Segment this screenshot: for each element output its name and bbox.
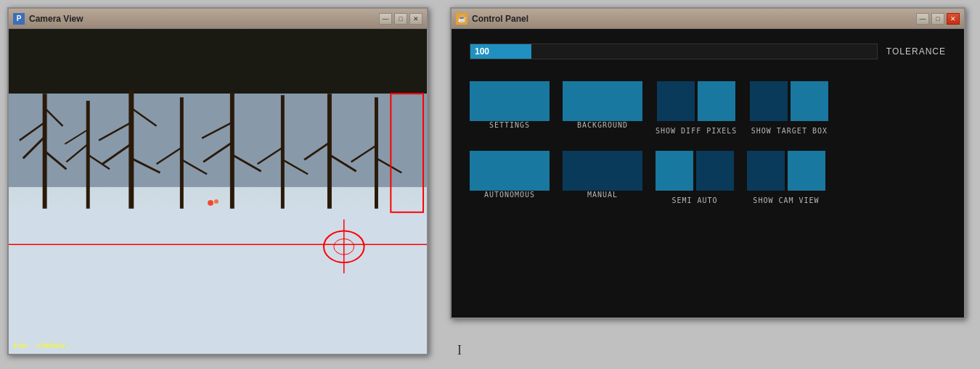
- control-maximize-button[interactable]: □: [931, 13, 944, 25]
- manual-label: MANUAL: [587, 191, 618, 199]
- semi-auto-buttons: [656, 151, 734, 191]
- background-button[interactable]: [563, 81, 642, 121]
- tolerance-value: 100: [475, 46, 489, 57]
- manual-button[interactable]: [563, 151, 642, 191]
- show-diff-pixels-button-right[interactable]: [698, 81, 735, 121]
- camera-icon: P: [13, 13, 25, 25]
- settings-button[interactable]: [470, 81, 550, 121]
- show-target-box-label: SHOW TARGET BOX: [751, 127, 828, 135]
- semi-auto-group: SEMI AUTO: [656, 151, 734, 204]
- camera-minimize-button[interactable]: —: [379, 13, 392, 25]
- show-diff-pixels-label: SHOW DIFF PIXELS: [656, 127, 737, 135]
- background-label: BACKGROUND: [577, 121, 628, 129]
- control-icon: ☕: [456, 13, 467, 25]
- camera-view-window: P Camera View — □ ✕: [7, 7, 428, 355]
- camera-bottom-text: ion- chehov,: [12, 341, 70, 350]
- auto-button[interactable]: [696, 151, 734, 191]
- show-diff-pixels-button-left[interactable]: [657, 81, 695, 121]
- control-titlebar: ☕ Control Panel — □ ✕: [452, 9, 964, 29]
- show-cam-view-label: SHOW CAM VIEW: [753, 196, 819, 204]
- camera-window-buttons[interactable]: — □ ✕: [379, 13, 422, 25]
- manual-group: MANUAL: [563, 151, 642, 204]
- show-cam-view-group: SHOW CAM VIEW: [747, 151, 825, 204]
- background-group: BACKGROUND: [563, 81, 642, 135]
- control-window-buttons[interactable]: — □ ✕: [916, 13, 960, 25]
- camera-maximize-button[interactable]: □: [394, 13, 407, 25]
- scene-trees: [9, 29, 427, 354]
- autonomous-group: AUTONOMOUS: [470, 151, 550, 204]
- camera-scene: ion- chehov,: [9, 29, 427, 354]
- show-cam-view-buttons: [747, 151, 825, 191]
- svg-rect-2: [9, 209, 427, 354]
- show-cam-view-button-left[interactable]: [747, 151, 785, 191]
- control-content: 100 TOLERANCE SETTINGS BACKGROUND: [452, 29, 964, 318]
- show-target-box-buttons: [750, 81, 828, 121]
- control-close-button[interactable]: ✕: [947, 13, 960, 25]
- show-target-box-button-right[interactable]: [791, 81, 828, 121]
- show-target-box-button-left[interactable]: [750, 81, 788, 121]
- control-panel-window: ☕ Control Panel — □ ✕ 100 TOLERANCE SETT…: [450, 7, 965, 319]
- show-diff-pixels-buttons: [657, 81, 735, 121]
- tolerance-row: 100 TOLERANCE: [470, 43, 946, 59]
- text-cursor: I: [457, 343, 462, 358]
- show-diff-pixels-group: SHOW DIFF PIXELS: [656, 81, 737, 135]
- settings-group: SETTINGS: [470, 81, 550, 135]
- button-row-1: SETTINGS BACKGROUND SHOW DIFF PIXELS: [470, 81, 946, 135]
- control-title: Control Panel: [472, 14, 916, 24]
- control-minimize-button[interactable]: —: [916, 13, 929, 25]
- camera-title: Camera View: [29, 14, 379, 24]
- button-row-2: AUTONOMOUS MANUAL SEMI AUTO: [470, 151, 946, 204]
- autonomous-label: AUTONOMOUS: [484, 191, 535, 199]
- svg-point-34: [214, 199, 219, 204]
- svg-point-33: [208, 200, 213, 206]
- camera-close-button[interactable]: ✕: [409, 13, 422, 25]
- camera-content: ion- chehov,: [9, 29, 427, 354]
- tolerance-slider[interactable]: 100: [470, 43, 878, 59]
- semi-auto-label: SEMI AUTO: [671, 196, 717, 204]
- camera-titlebar: P Camera View — □ ✕: [9, 9, 427, 29]
- autonomous-button[interactable]: [470, 151, 550, 191]
- show-target-box-group: SHOW TARGET BOX: [750, 81, 828, 135]
- svg-rect-0: [9, 29, 427, 94]
- settings-label: SETTINGS: [489, 121, 530, 129]
- show-cam-view-button-right[interactable]: [788, 151, 825, 191]
- tolerance-label: TOLERANCE: [886, 46, 946, 57]
- semi-button[interactable]: [656, 151, 693, 191]
